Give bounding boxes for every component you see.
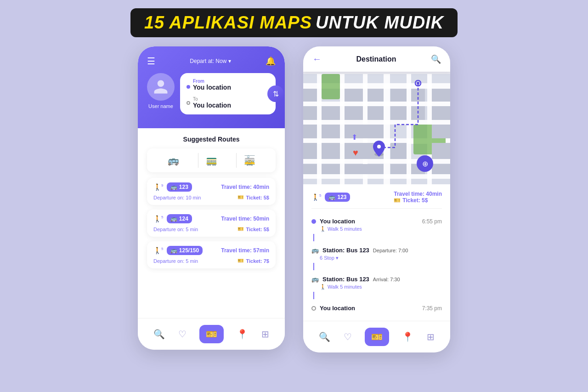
ticket-1: 🎫 Ticket: 5$ (237, 194, 269, 200)
swap-button[interactable]: ⇅ (267, 85, 284, 102)
trip-travel-time: Travel time: 40min (394, 191, 442, 197)
ticket-icon-active: 🎫 (199, 325, 224, 343)
tab-tram[interactable]: 🚋 (236, 153, 263, 168)
hamburger-icon[interactable]: ☰ (147, 56, 155, 67)
nav-ticket-left[interactable]: 🎫 (199, 325, 224, 343)
route-bottom-2: Departure on: 5 min 🎫 Ticket: 5$ (153, 226, 269, 232)
route-left-3: 🚶5 🚌 125/150 (153, 246, 203, 255)
nav-heart-left[interactable]: ♡ (178, 329, 187, 340)
connector-3 (313, 292, 314, 299)
svg-rect-37 (432, 89, 450, 102)
map-area: ← Destination 🔍 (303, 46, 450, 184)
stop-main-4: You location 7:35 pm (311, 305, 442, 312)
phones-container: ☰ Depart at: Now ▾ 🔔 User name (0, 46, 588, 352)
tab-train[interactable]: 🚃 (198, 153, 225, 168)
bus-icon-3: 🚌 (311, 276, 319, 283)
route-top-1: 🚶9 🚌 123 Travel time: 40min (153, 182, 269, 192)
departure-3: Departure on: 5 min (153, 258, 198, 264)
from-dot (187, 85, 190, 89)
user-avatar-icon (153, 79, 169, 95)
stop-main-2: 🚌 Station: Bus 123 Departure: 7:00 (311, 247, 442, 254)
nav-pin-right[interactable]: 📍 (402, 331, 413, 342)
back-button[interactable]: ← (312, 54, 322, 64)
nav-grid-left[interactable]: ⊞ (261, 329, 269, 340)
stop-list: You location 6:55 pm 🚶 Walk 5 minutes 🚌 … (311, 215, 442, 314)
svg-rect-31 (303, 164, 317, 174)
header-white: UNTUK MUDIK (316, 13, 444, 33)
connector-2 (313, 263, 314, 270)
ticket-icon-active-right: 🎫 (365, 328, 389, 346)
stop-name-4: You location (320, 305, 355, 312)
route-bottom-1: Departure on: 10 min 🎫 Ticket: 5$ (153, 194, 269, 200)
bottom-nav-left: 🔍 ♡ 🎫 📍 ⊞ (138, 318, 285, 350)
avatar (147, 73, 175, 101)
stop-item-1: You location 6:55 pm 🚶 Walk 5 minutes (311, 215, 442, 244)
nav-heart-right[interactable]: ♡ (344, 331, 352, 342)
bus-badge-2: 🚌 124 (167, 214, 192, 223)
from-location: You location (193, 84, 231, 91)
trip-summary-left: 🚶5 🚌 123 (311, 193, 350, 202)
bus-badge-1: 🚌 123 (167, 182, 192, 192)
walk-icon-3: 🚶5 (153, 247, 163, 254)
trip-ticket: 🎫 Ticket: 5$ (394, 197, 442, 204)
left-header-top: ☰ Depart at: Now ▾ 🔔 (147, 56, 276, 67)
user-section: User name From You location To (147, 73, 276, 114)
bus-icon-2: 🚌 (311, 247, 319, 254)
header-yellow: 15 APLIKASI MAPS (144, 13, 312, 33)
stop-name-1: You location (320, 218, 355, 225)
phone-left: ☰ Depart at: Now ▾ 🔔 User name (138, 46, 285, 350)
map-svg: ♥ ⬆ ⊕ (303, 74, 450, 184)
stop-sub-1: 🚶 Walk 5 minutes (320, 226, 442, 232)
nav-search-right[interactable]: 🔍 (319, 331, 330, 342)
search-icon-right[interactable]: 🔍 (431, 54, 441, 64)
route-card-3[interactable]: 🚶5 🚌 125/150 Travel time: 57min Departur… (147, 241, 276, 268)
route-left-1: 🚶9 🚌 123 (153, 182, 192, 192)
travel-time-1: Travel time: 40min (221, 184, 269, 190)
bus-badge-trip: 🚌 123 (325, 193, 350, 202)
destination-title: Destination (356, 55, 396, 63)
from-row: From You location (187, 79, 269, 95)
travel-time-3: Travel time: 57min (221, 247, 269, 254)
route-card-1[interactable]: 🚶9 🚌 123 Travel time: 40min Departure on… (147, 178, 276, 205)
trip-summary: 🚶5 🚌 123 Travel time: 40min 🎫 Ticket: 5$ (311, 191, 442, 209)
route-top-3: 🚶5 🚌 125/150 Travel time: 57min (153, 246, 269, 255)
svg-rect-15 (303, 89, 317, 102)
stop-left-1: You location (311, 218, 355, 225)
tab-bus[interactable]: 🚌 (160, 153, 187, 168)
nav-search-left[interactable]: 🔍 (153, 329, 165, 340)
avatar-container: User name (147, 73, 175, 109)
route-card-2[interactable]: 🚶5 🚌 124 Travel time: 50min Departure on… (147, 210, 276, 237)
svg-rect-8 (340, 74, 345, 184)
nav-pin-left[interactable]: 📍 (237, 329, 248, 340)
svg-point-46 (377, 145, 381, 148)
to-info: To You location (193, 97, 231, 109)
stop-extra-2: Departure: 7:00 (373, 248, 408, 253)
svg-rect-24 (322, 125, 340, 138)
svg-rect-13 (322, 74, 340, 99)
routes-title: Suggested Routes (147, 136, 276, 143)
bell-icon-left[interactable]: 🔔 (266, 56, 276, 66)
stop-time-4: 7:35 pm (422, 305, 442, 312)
departure-2: Departure on: 5 min (153, 227, 198, 232)
svg-rect-33 (345, 164, 384, 174)
ticket-3: 🎫 Ticket: 7$ (237, 258, 269, 264)
bus-badge-3: 🚌 125/150 (167, 246, 203, 255)
svg-rect-39 (432, 125, 450, 138)
stop-sub-3: 🚶 Walk 5 minutes (320, 284, 442, 290)
stop-dot-1 (311, 219, 316, 224)
svg-rect-42 (432, 164, 450, 174)
svg-rect-19 (345, 106, 363, 120)
from-info: From You location (193, 79, 231, 95)
walk-num-trip: 5 (319, 193, 321, 198)
header-banner: 15 APLIKASI MAPS UNTUK MUDIK (130, 8, 458, 37)
walk-icon-2: 🚶5 (153, 215, 163, 222)
svg-rect-7 (317, 74, 322, 184)
route-top-2: 🚶5 🚌 124 Travel time: 50min (153, 214, 269, 223)
stop-left-2: 🚌 Station: Bus 123 Departure: 7:00 (311, 247, 408, 254)
nav-ticket-right[interactable]: 🎫 (365, 328, 389, 346)
svg-rect-27 (322, 143, 340, 159)
trip-detail: 🚶5 🚌 123 Travel time: 40min 🎫 Ticket: 5$… (303, 184, 450, 321)
phone-right: ← Destination 🔍 (303, 46, 450, 352)
svg-rect-30 (303, 143, 317, 159)
nav-grid-right[interactable]: ⊞ (427, 331, 435, 342)
